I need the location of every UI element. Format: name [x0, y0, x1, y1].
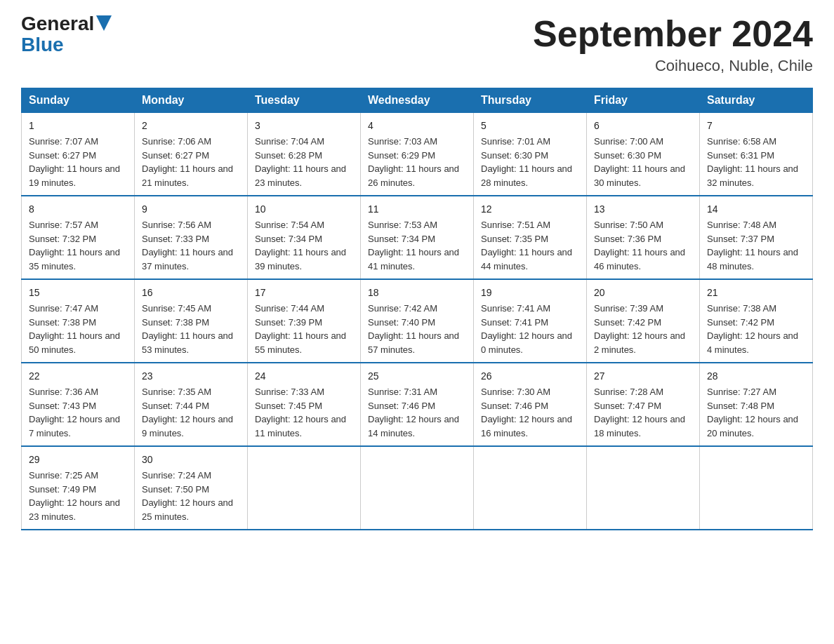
calendar-day: 14 Sunrise: 7:48 AMSunset: 7:37 PMDaylig… [700, 196, 813, 279]
day-info: Sunrise: 7:27 AMSunset: 7:48 PMDaylight:… [707, 387, 798, 438]
calendar-week-5: 29 Sunrise: 7:25 AMSunset: 7:49 PMDaylig… [22, 446, 813, 530]
calendar-day: 17 Sunrise: 7:44 AMSunset: 7:39 PMDaylig… [248, 279, 361, 363]
calendar-day: 19 Sunrise: 7:41 AMSunset: 7:41 PMDaylig… [474, 279, 587, 363]
day-info: Sunrise: 7:54 AMSunset: 7:34 PMDaylight:… [255, 220, 346, 271]
day-info: Sunrise: 7:44 AMSunset: 7:39 PMDaylight:… [255, 303, 346, 355]
calendar-day: 7 Sunrise: 6:58 AMSunset: 6:31 PMDayligh… [700, 113, 813, 196]
calendar-body: 1 Sunrise: 7:07 AMSunset: 6:27 PMDayligh… [22, 113, 813, 530]
day-info: Sunrise: 7:57 AMSunset: 7:32 PMDaylight:… [29, 220, 120, 271]
calendar-day: 26 Sunrise: 7:30 AMSunset: 7:46 PMDaylig… [474, 363, 587, 446]
calendar-day: 1 Sunrise: 7:07 AMSunset: 6:27 PMDayligh… [22, 113, 135, 196]
calendar-day: 13 Sunrise: 7:50 AMSunset: 7:36 PMDaylig… [587, 196, 700, 279]
day-number: 7 [707, 119, 805, 133]
day-number: 2 [142, 119, 240, 133]
calendar-day: 4 Sunrise: 7:03 AMSunset: 6:29 PMDayligh… [361, 113, 474, 196]
header-sunday: Sunday [22, 88, 135, 113]
day-number: 12 [481, 202, 579, 217]
calendar-day: 3 Sunrise: 7:04 AMSunset: 6:28 PMDayligh… [248, 113, 361, 196]
calendar-week-2: 8 Sunrise: 7:57 AMSunset: 7:32 PMDayligh… [22, 196, 813, 279]
day-info: Sunrise: 7:07 AMSunset: 6:27 PMDaylight:… [29, 136, 120, 188]
calendar-day: 8 Sunrise: 7:57 AMSunset: 7:32 PMDayligh… [22, 196, 135, 279]
day-info: Sunrise: 7:24 AMSunset: 7:50 PMDaylight:… [142, 470, 233, 522]
calendar-week-4: 22 Sunrise: 7:36 AMSunset: 7:43 PMDaylig… [22, 363, 813, 446]
day-number: 28 [707, 369, 805, 384]
logo-arrow-icon [96, 15, 112, 31]
logo-general: General [21, 14, 94, 34]
calendar-day: 9 Sunrise: 7:56 AMSunset: 7:33 PMDayligh… [135, 196, 248, 279]
calendar-day: 21 Sunrise: 7:38 AMSunset: 7:42 PMDaylig… [700, 279, 813, 363]
day-info: Sunrise: 7:06 AMSunset: 6:27 PMDaylight:… [142, 136, 233, 188]
calendar-day: 2 Sunrise: 7:06 AMSunset: 6:27 PMDayligh… [135, 113, 248, 196]
day-info: Sunrise: 7:36 AMSunset: 7:43 PMDaylight:… [29, 387, 120, 438]
header-friday: Friday [587, 88, 700, 113]
calendar-day [361, 446, 474, 530]
day-number: 5 [481, 119, 579, 133]
day-number: 15 [29, 286, 127, 300]
day-info: Sunrise: 7:01 AMSunset: 6:30 PMDaylight:… [481, 136, 572, 188]
calendar-day [587, 446, 700, 530]
day-info: Sunrise: 7:48 AMSunset: 7:37 PMDaylight:… [707, 220, 798, 271]
calendar-day: 24 Sunrise: 7:33 AMSunset: 7:45 PMDaylig… [248, 363, 361, 446]
day-info: Sunrise: 7:31 AMSunset: 7:46 PMDaylight:… [368, 387, 459, 438]
logo-blue: Blue [21, 34, 64, 56]
day-info: Sunrise: 7:50 AMSunset: 7:36 PMDaylight:… [594, 220, 685, 271]
calendar-day: 10 Sunrise: 7:54 AMSunset: 7:34 PMDaylig… [248, 196, 361, 279]
calendar-day: 15 Sunrise: 7:47 AMSunset: 7:38 PMDaylig… [22, 279, 135, 363]
day-number: 25 [368, 369, 466, 384]
day-info: Sunrise: 7:42 AMSunset: 7:40 PMDaylight:… [368, 303, 459, 355]
header-saturday: Saturday [700, 88, 813, 113]
day-info: Sunrise: 6:58 AMSunset: 6:31 PMDaylight:… [707, 136, 798, 188]
calendar-day: 16 Sunrise: 7:45 AMSunset: 7:38 PMDaylig… [135, 279, 248, 363]
calendar-table: Sunday Monday Tuesday Wednesday Thursday… [21, 88, 813, 530]
day-number: 6 [594, 119, 692, 133]
calendar-day: 5 Sunrise: 7:01 AMSunset: 6:30 PMDayligh… [474, 113, 587, 196]
calendar-day: 6 Sunrise: 7:00 AMSunset: 6:30 PMDayligh… [587, 113, 700, 196]
header-thursday: Thursday [474, 88, 587, 113]
day-number: 11 [368, 202, 466, 217]
day-number: 8 [29, 202, 127, 217]
day-number: 18 [368, 286, 466, 300]
svg-marker-0 [96, 15, 112, 31]
calendar-day: 18 Sunrise: 7:42 AMSunset: 7:40 PMDaylig… [361, 279, 474, 363]
calendar-day: 20 Sunrise: 7:39 AMSunset: 7:42 PMDaylig… [587, 279, 700, 363]
day-info: Sunrise: 7:00 AMSunset: 6:30 PMDaylight:… [594, 136, 685, 188]
day-number: 13 [594, 202, 692, 217]
day-number: 19 [481, 286, 579, 300]
header-wednesday: Wednesday [361, 88, 474, 113]
day-info: Sunrise: 7:39 AMSunset: 7:42 PMDaylight:… [594, 303, 685, 355]
day-info: Sunrise: 7:56 AMSunset: 7:33 PMDaylight:… [142, 220, 233, 271]
day-number: 4 [368, 119, 466, 133]
logo: General Blue [21, 14, 112, 56]
day-number: 1 [29, 119, 127, 133]
day-number: 20 [594, 286, 692, 300]
page-header: General Blue September 2024 Coihueco, Nu… [21, 14, 813, 75]
day-number: 27 [594, 369, 692, 384]
day-number: 3 [255, 119, 353, 133]
day-info: Sunrise: 7:41 AMSunset: 7:41 PMDaylight:… [481, 303, 572, 355]
day-info: Sunrise: 7:38 AMSunset: 7:42 PMDaylight:… [707, 303, 798, 355]
location-title: Coihueco, Nuble, Chile [533, 57, 813, 75]
day-number: 22 [29, 369, 127, 384]
calendar-day: 12 Sunrise: 7:51 AMSunset: 7:35 PMDaylig… [474, 196, 587, 279]
day-info: Sunrise: 7:25 AMSunset: 7:49 PMDaylight:… [29, 470, 120, 522]
calendar-day: 28 Sunrise: 7:27 AMSunset: 7:48 PMDaylig… [700, 363, 813, 446]
title-section: September 2024 Coihueco, Nuble, Chile [533, 14, 813, 75]
calendar-day: 22 Sunrise: 7:36 AMSunset: 7:43 PMDaylig… [22, 363, 135, 446]
calendar-day: 29 Sunrise: 7:25 AMSunset: 7:49 PMDaylig… [22, 446, 135, 530]
day-number: 26 [481, 369, 579, 384]
calendar-week-1: 1 Sunrise: 7:07 AMSunset: 6:27 PMDayligh… [22, 113, 813, 196]
day-number: 9 [142, 202, 240, 217]
day-info: Sunrise: 7:03 AMSunset: 6:29 PMDaylight:… [368, 136, 459, 188]
calendar-day: 25 Sunrise: 7:31 AMSunset: 7:46 PMDaylig… [361, 363, 474, 446]
day-number: 17 [255, 286, 353, 300]
day-number: 14 [707, 202, 805, 217]
day-number: 16 [142, 286, 240, 300]
day-info: Sunrise: 7:35 AMSunset: 7:44 PMDaylight:… [142, 387, 233, 438]
calendar-day: 30 Sunrise: 7:24 AMSunset: 7:50 PMDaylig… [135, 446, 248, 530]
header-monday: Monday [135, 88, 248, 113]
day-info: Sunrise: 7:45 AMSunset: 7:38 PMDaylight:… [142, 303, 233, 355]
calendar-day [474, 446, 587, 530]
calendar-day: 11 Sunrise: 7:53 AMSunset: 7:34 PMDaylig… [361, 196, 474, 279]
day-number: 10 [255, 202, 353, 217]
calendar-day [248, 446, 361, 530]
